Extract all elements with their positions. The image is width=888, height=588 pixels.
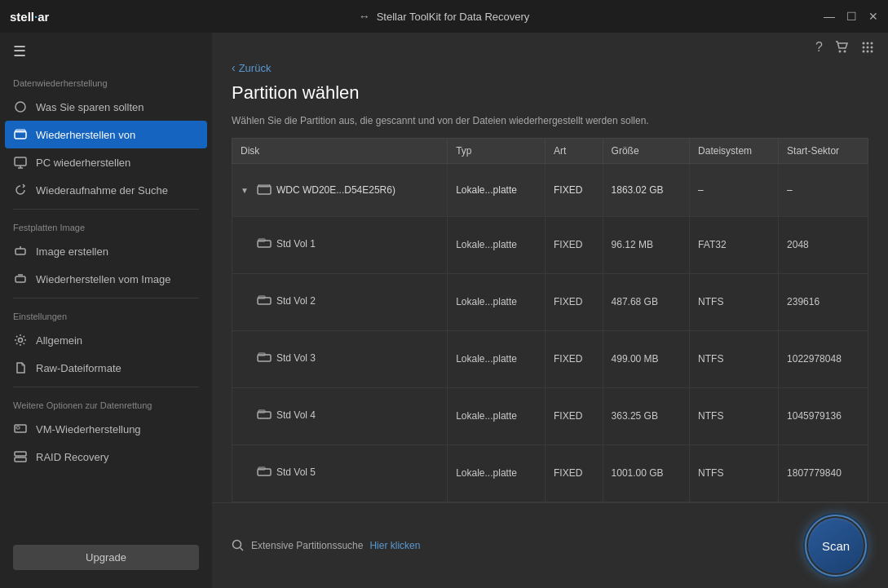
window-controls: — ☐ ✕ — [824, 10, 878, 23]
svg-point-20 — [867, 46, 869, 48]
help-icon[interactable]: ? — [815, 40, 823, 55]
disk-name-cell: ▼ WDC WD20E...D54E25R6) — [232, 164, 448, 217]
hamburger-menu[interactable]: ☰ — [0, 33, 212, 70]
cart-icon[interactable] — [834, 39, 849, 55]
sidebar: ☰ Datenwiederherstellung Was Sie sparen … — [0, 33, 212, 588]
svg-point-14 — [839, 51, 842, 53]
top-toolbar: ? — [212, 33, 888, 61]
sidebar-item-raw-dateiformate[interactable]: Raw-Dateiformate — [0, 354, 212, 382]
apps-icon[interactable] — [860, 39, 875, 55]
sidebar-item-wiederherstellen-von[interactable]: Wiederherstellen von — [5, 121, 207, 148]
sidebar-item-pc-wiederherstellen[interactable]: PC wiederherstellen — [0, 148, 212, 176]
volume-icon — [257, 352, 272, 364]
minimize-button[interactable]: — — [824, 10, 835, 23]
maximize-button[interactable]: ☐ — [846, 10, 857, 23]
table-row[interactable]: Std Vol 1 Lokale...platte FIXED 96.12 MB… — [232, 216, 868, 273]
table-row[interactable]: Std Vol 3 Lokale...platte FIXED 499.00 M… — [232, 330, 868, 387]
refresh-icon — [13, 183, 28, 197]
vol-name-cell: Std Vol 1 — [232, 216, 448, 273]
scan-button-wrap: Scan — [803, 513, 868, 578]
titlebar: stell·ar ↔ Stellar ToolKit for Data Reco… — [0, 0, 888, 33]
svg-rect-11 — [16, 427, 20, 429]
sidebar-item-raid-recovery[interactable]: RAID Recovery — [0, 443, 212, 471]
table-row[interactable]: Std Vol 2 Lokale...platte FIXED 487.68 G… — [232, 273, 868, 330]
svg-point-22 — [863, 50, 865, 52]
svg-rect-8 — [15, 276, 25, 282]
partition-table: Disk Typ Art Größe Dateisystem Start-Sek… — [232, 138, 868, 502]
divider-3 — [13, 387, 199, 387]
section-label-weitere: Weitere Optionen zur Datenrettung — [0, 392, 212, 415]
col-art: Art — [546, 139, 603, 164]
sidebar-item-image-erstellen[interactable]: Image erstellen — [0, 237, 212, 265]
svg-point-37 — [233, 541, 241, 549]
circle-icon — [13, 99, 28, 114]
section-label-festplatten: Festplatten Image — [0, 214, 212, 237]
vol-name-cell: Std Vol 5 — [232, 444, 448, 502]
svg-point-23 — [867, 50, 869, 52]
breadcrumb[interactable]: ‹ Zurück — [232, 61, 868, 74]
col-disk: Disk — [232, 139, 448, 164]
vol-name-cell: Std Vol 4 — [232, 387, 448, 444]
file-icon — [13, 360, 28, 375]
raid-icon — [13, 449, 28, 464]
volume-icon — [257, 295, 272, 307]
section-label-data-recovery: Datenwiederherstellung — [0, 70, 212, 93]
svg-point-18 — [871, 42, 873, 44]
svg-point-24 — [871, 50, 873, 52]
divider-1 — [13, 209, 199, 210]
svg-rect-12 — [15, 452, 26, 456]
search-icon — [232, 539, 245, 552]
svg-point-0 — [15, 102, 25, 112]
upgrade-button[interactable]: Upgrade — [13, 545, 199, 570]
svg-rect-3 — [15, 157, 26, 166]
volume-icon — [257, 238, 272, 250]
svg-point-17 — [867, 42, 869, 44]
page-description: Wählen Sie die Partition aus, die gescan… — [232, 115, 868, 126]
window-title: ↔ Stellar ToolKit for Data Recovery — [359, 10, 530, 23]
hdd2-icon — [13, 244, 28, 259]
col-typ: Typ — [448, 139, 546, 164]
sidebar-item-wiederherstellen-image[interactable]: Wiederherstellen vom Image — [0, 265, 212, 293]
table-row[interactable]: Std Vol 5 Lokale...platte FIXED 1001.00 … — [232, 444, 868, 502]
svg-rect-6 — [15, 249, 25, 254]
divider-2 — [13, 298, 199, 298]
search-label: Extensive Partitionssuche Hier klicken — [232, 539, 420, 552]
monitor-icon — [13, 155, 28, 170]
svg-point-15 — [844, 51, 846, 53]
col-start-sektor: Start-Sektor — [779, 139, 868, 164]
sidebar-item-wiederaufnahme[interactable]: Wiederaufnahme der Suche — [0, 176, 212, 204]
expand-arrow-icon[interactable]: ▼ — [241, 186, 249, 195]
close-button[interactable]: ✕ — [868, 10, 878, 23]
vol-name-cell: Std Vol 2 — [232, 273, 448, 330]
volume-icon — [257, 466, 272, 478]
scan-button[interactable]: Scan — [808, 518, 864, 573]
col-grosse: Größe — [603, 139, 690, 164]
gear-icon — [13, 333, 28, 347]
volume-icon — [257, 409, 272, 421]
sidebar-item-vm-wiederherstellung[interactable]: VM-Wiederherstellung — [0, 415, 212, 443]
table-row[interactable]: Std Vol 4 Lokale...platte FIXED 363.25 G… — [232, 387, 868, 444]
hier-klicken-link[interactable]: Hier klicken — [369, 540, 420, 551]
main-content: ? ‹ Z — [212, 33, 888, 588]
svg-line-38 — [241, 548, 244, 551]
hdd3-icon — [13, 272, 28, 286]
sidebar-item-allgemein[interactable]: Allgemein — [0, 326, 212, 354]
table-row-disk[interactable]: ▼ WDC WD20E...D54E25R6) Lokale...platte … — [232, 164, 868, 217]
col-dateisystem: Dateisystem — [690, 139, 779, 164]
bottom-bar: Extensive Partitionssuche Hier klicken S… — [212, 502, 888, 588]
extensive-search-text: Extensive Partitionssuche — [251, 540, 363, 551]
disk-drive-icon — [257, 184, 272, 196]
svg-point-19 — [863, 46, 865, 48]
app-body: ☰ Datenwiederherstellung Was Sie sparen … — [0, 33, 888, 588]
vol-name-cell: Std Vol 3 — [232, 330, 448, 387]
svg-rect-13 — [15, 458, 26, 462]
svg-point-16 — [863, 42, 865, 44]
page-title: Partition wählen — [232, 82, 868, 104]
sidebar-item-was-sie-sparen[interactable]: Was Sie sparen sollten — [0, 93, 212, 121]
svg-point-21 — [871, 46, 873, 48]
hdd-icon — [13, 127, 28, 142]
vm-icon — [13, 422, 28, 436]
svg-point-9 — [19, 338, 23, 343]
app-logo: stell·ar — [10, 10, 49, 24]
back-arrow-icon: ‹ — [232, 61, 236, 74]
